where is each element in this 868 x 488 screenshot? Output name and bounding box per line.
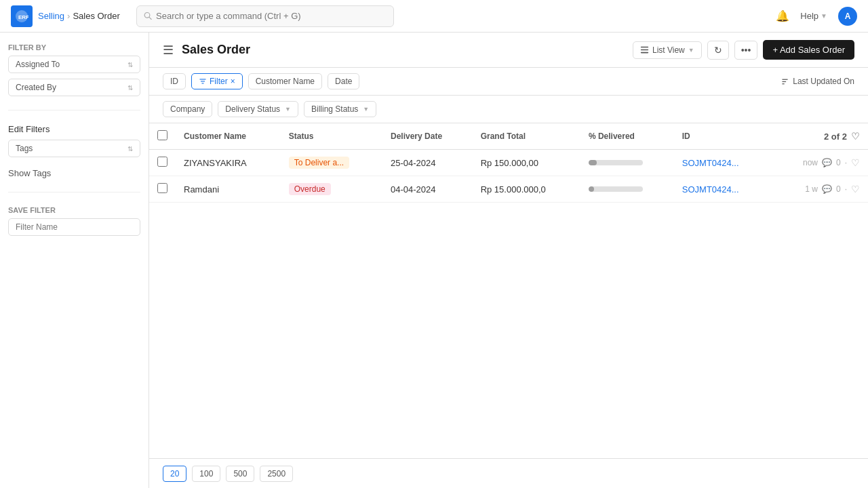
row-favorite-icon[interactable]: ♡ [851,157,860,168]
help-button[interactable]: Help ▼ [800,11,827,21]
status-badge: Overdue [289,183,331,195]
search-bar[interactable] [136,5,394,27]
show-tags-label[interactable]: Show Tags [8,168,51,178]
col-status: Status [281,123,382,150]
row-checkbox-cell[interactable] [149,176,176,203]
filter-bar-row2: Company Delivery Status ▼ Billing Status… [149,96,868,123]
filter-row: Assigned To ⇅ Created By ⇅ [8,56,140,96]
svg-rect-5 [641,49,648,51]
filter-chip-delivery-status-label: Delivery Status [225,104,280,114]
filter-chip-company[interactable]: Company [163,101,212,117]
row-time-label: 1 w [805,184,818,194]
comment-count: 0 [836,184,841,194]
row-favorite-icon[interactable]: ♡ [851,184,860,195]
filter-chip-id[interactable]: ID [163,73,186,89]
col-select-all[interactable] [149,123,176,150]
last-updated-button[interactable]: Last Updated On [781,77,854,86]
breadcrumb-sales-order[interactable]: Sales Order [73,11,119,21]
filter-by-label: Filter By [8,43,140,52]
search-input[interactable] [156,11,387,21]
filter-close-icon[interactable]: × [231,77,235,86]
page-size-20[interactable]: 20 [163,466,186,482]
select-all-checkbox[interactable] [157,130,167,140]
row-checkbox[interactable] [157,157,167,167]
col-grand-total: Grand Total [473,123,580,150]
tags-arrow-icon: ⇅ [127,145,133,152]
save-filter-label: Save Filter [8,206,140,214]
sidebar-divider1 [8,110,140,110]
assigned-to-arrow-icon: ⇅ [127,61,133,68]
row-actions: now 💬 0 · ♡ [771,150,868,176]
refresh-icon: ↻ [714,45,722,56]
navbar-right: 🔔 Help ▼ A [776,7,857,26]
filter-chip-customer-name[interactable]: Customer Name [248,73,322,89]
svg-line-3 [149,17,151,19]
progress-bar [589,186,643,192]
svg-text:ERP: ERP [18,14,28,20]
list-view-label: List View [652,45,685,55]
filter-chip-id-label: ID [170,77,178,86]
row-status: To Deliver a... [281,150,382,176]
favorite-icon[interactable]: ♡ [851,131,860,142]
col-customer-name: Customer Name [176,123,281,150]
breadcrumb-selling[interactable]: Selling [38,11,64,21]
status-badge: To Deliver a... [289,157,349,169]
row-id[interactable]: SOJMT0424... [674,176,771,203]
assigned-to-select[interactable]: Assigned To ⇅ [8,56,140,73]
page-size-500[interactable]: 500 [226,466,254,482]
created-by-label: Created By [16,83,56,92]
tags-select[interactable]: Tags ⇅ [8,140,140,157]
add-sales-order-button[interactable]: + Add Sales Order [763,40,854,60]
app-logo[interactable]: ERP [11,5,33,27]
dot-separator: · [845,184,847,194]
row-status: Overdue [281,176,382,203]
row-checkbox[interactable] [157,183,167,193]
row-percent-delivered [580,150,674,176]
record-count: 2 of 2 [824,131,847,142]
filter-chip-delivery-status[interactable]: Delivery Status ▼ [218,101,298,117]
filter-chip-customer-name-label: Customer Name [256,77,315,86]
sales-order-table: Customer Name Status Delivery Date Grand… [149,123,868,203]
progress-bar-fill [589,160,597,165]
main-layout: Filter By Assigned To ⇅ Created By ⇅ Edi… [0,33,868,488]
page-size-2500[interactable]: 2500 [260,466,293,482]
list-view-icon [640,45,649,54]
row-grand-total: Rp 150.000,00 [473,150,580,176]
row-id[interactable]: SOJMT0424... [674,150,771,176]
avatar[interactable]: A [838,7,857,26]
page-header: ☰ Sales Order List View ▼ ↻ ••• + Add Sa… [149,33,868,68]
row-checkbox-cell[interactable] [149,150,176,176]
row-customer-name[interactable]: Ramdani [176,176,281,203]
hamburger-icon[interactable]: ☰ [163,43,174,58]
filter-icon [199,77,207,85]
page-size-100[interactable]: 100 [192,466,220,482]
filter-chip-billing-status[interactable]: Billing Status ▼ [304,101,376,117]
page-title: Sales Order [182,43,250,57]
refresh-button[interactable]: ↻ [707,41,729,60]
table-row: ZIYANSYAKIRA To Deliver a... 25-04-2024 … [149,150,868,176]
svg-rect-4 [641,47,648,48]
row-grand-total: Rp 15.000.000,0 [473,176,580,203]
row-customer-name[interactable]: ZIYANSYAKIRA [176,150,281,176]
more-options-button[interactable]: ••• [734,41,758,60]
progress-bar [589,160,643,165]
table-area: Customer Name Status Delivery Date Grand… [149,123,868,458]
notification-bell-icon[interactable]: 🔔 [776,9,789,22]
col-delivery-date: Delivery Date [382,123,473,150]
edit-filters-label[interactable]: Edit Filters [8,124,140,134]
comment-icon[interactable]: 💬 [822,184,832,194]
comment-icon[interactable]: 💬 [822,158,832,167]
assigned-to-label: Assigned To [16,60,60,69]
list-view-button[interactable]: List View ▼ [633,41,702,59]
filter-label: Filter [210,77,228,86]
filter-chip-date[interactable]: Date [328,73,359,89]
col-percent-delivered: % Delivered [580,123,674,150]
filter-name-input[interactable] [8,218,140,236]
created-by-select[interactable]: Created By ⇅ [8,79,140,96]
filter-chip-customer[interactable]: Filter × [191,73,243,89]
edit-filters-section: Edit Filters Tags ⇅ [8,124,140,157]
search-icon [144,12,152,20]
dot-separator: · [845,158,847,167]
help-label: Help [800,11,818,21]
svg-rect-6 [641,52,648,54]
